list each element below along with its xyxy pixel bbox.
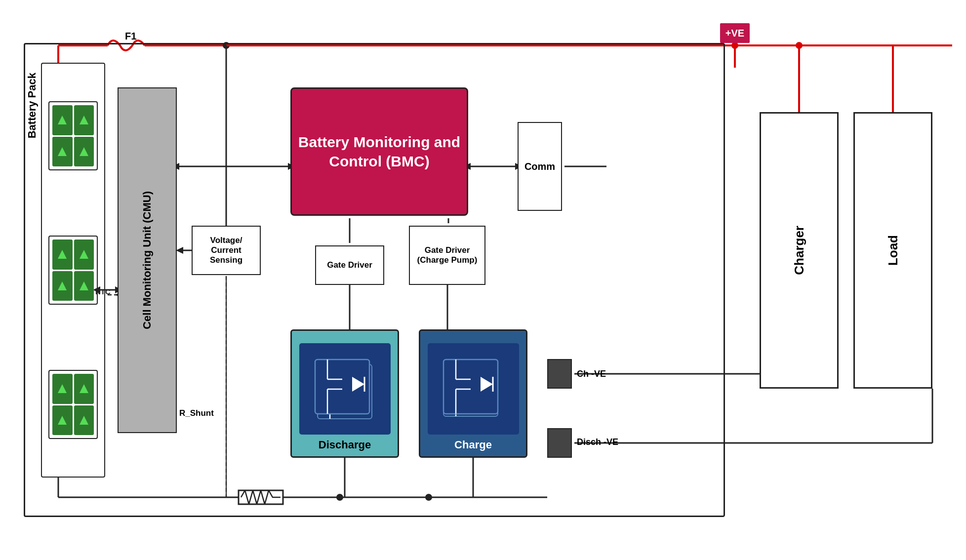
disch-ve-label: Disch -VE <box>577 437 618 447</box>
cmu-block: Cell Monitoring Unit (CMU) <box>118 87 177 433</box>
svg-marker-52 <box>80 147 88 156</box>
svg-rect-82 <box>443 360 498 414</box>
comm-label: Comm <box>524 161 555 172</box>
battery-pack-label: Battery Pack <box>26 73 39 138</box>
comm-box: Comm <box>518 122 562 211</box>
cell-unit <box>52 105 73 135</box>
svg-marker-53 <box>58 250 67 259</box>
svg-marker-49 <box>58 116 67 124</box>
svg-point-8 <box>796 42 803 49</box>
cell-unit <box>52 374 73 404</box>
discharge-mosfet-svg <box>305 350 384 429</box>
discharge-label: Discharge <box>319 439 371 451</box>
ch-connector <box>547 359 572 389</box>
svg-marker-54 <box>80 250 88 259</box>
svg-marker-57 <box>58 384 67 393</box>
gate-driver-label: Gate Driver <box>327 260 372 270</box>
cell-unit <box>74 271 94 301</box>
svg-point-6 <box>731 42 738 49</box>
battery-cell-3 <box>48 370 98 439</box>
svg-marker-51 <box>58 147 67 156</box>
ve-plus-text: +VE <box>725 28 744 39</box>
charge-label: Charge <box>454 439 492 451</box>
cmu-text: Cell Monitoring Unit (CMU) <box>140 191 155 329</box>
gate-driver-cp-label: Gate Driver (Charge Pump) <box>413 245 482 265</box>
svg-marker-50 <box>80 116 88 124</box>
load-box: Load <box>853 112 932 389</box>
cell-unit <box>74 374 94 404</box>
cell-unit <box>74 240 94 270</box>
ntc-label: NTC <box>95 287 111 296</box>
battery-cell-1 <box>48 101 98 170</box>
charge-block: Charge <box>419 329 527 458</box>
charge-mosfet-svg <box>434 350 513 429</box>
cell-unit <box>74 105 94 135</box>
battery-cells-container <box>41 63 105 478</box>
battery-cell-2 <box>48 236 98 305</box>
disch-connector <box>547 428 572 458</box>
cell-unit <box>52 137 73 167</box>
bmc-text: Battery Monitoring and Control (BMC) <box>292 132 467 171</box>
load-text: Load <box>886 235 901 266</box>
charger-text: Charger <box>792 226 807 275</box>
cell-unit <box>74 137 94 167</box>
gate-driver-box: Gate Driver <box>315 245 384 285</box>
svg-marker-59 <box>58 416 67 425</box>
gate-driver-cp-box: Gate Driver (Charge Pump) <box>409 226 485 285</box>
cell-unit <box>74 405 94 436</box>
svg-marker-60 <box>80 416 88 425</box>
bmc-block: Battery Monitoring and Control (BMC) <box>290 87 468 216</box>
svg-marker-56 <box>80 281 88 290</box>
vs-label: Voltage/ Current Sensing <box>196 236 257 265</box>
rshunt-label: R_Shunt <box>179 408 214 418</box>
f1-label: F1 <box>125 31 136 42</box>
cell-unit <box>52 240 73 270</box>
ch-ve-label: Ch -VE <box>577 369 606 379</box>
svg-marker-55 <box>58 281 67 290</box>
charger-box: Charger <box>760 112 839 389</box>
discharge-inner <box>299 343 391 435</box>
svg-rect-68 <box>315 360 369 414</box>
voltage-current-sensing-box: Voltage/ Current Sensing <box>192 226 261 275</box>
svg-marker-58 <box>80 384 88 393</box>
charge-inner <box>428 343 519 435</box>
discharge-block: Discharge <box>290 329 399 458</box>
ve-plus-box: +VE <box>720 23 750 43</box>
diagram-container: F1 Battery Pack <box>14 13 952 547</box>
cell-unit <box>52 271 73 301</box>
cell-unit <box>52 405 73 436</box>
